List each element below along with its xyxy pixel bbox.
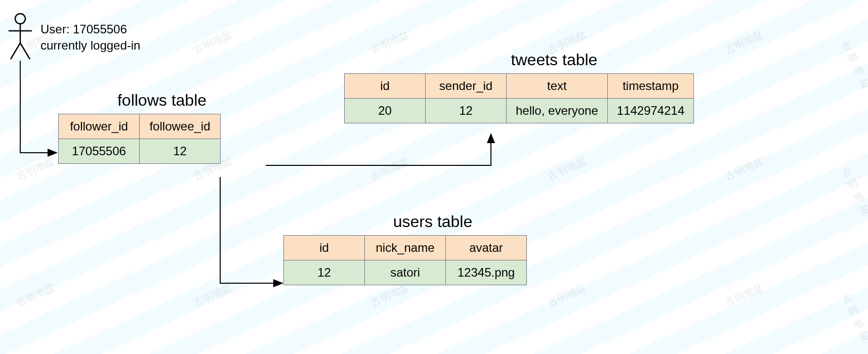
tweets-table-title: tweets table [344, 51, 764, 69]
users-header-id: id [284, 236, 365, 260]
follows-header-followee-id: followee_id [140, 114, 221, 139]
users-header-nick-name: nick_name [365, 236, 446, 260]
table-row: 20 12 hello, everyone 1142974214 [345, 99, 694, 123]
table-header-row: id sender_id text timestamp [345, 74, 694, 99]
svg-point-0 [15, 14, 25, 24]
watermark: 古明地盆 [546, 154, 588, 183]
table-row: 17055506 12 [59, 139, 221, 164]
follows-table: follower_id followee_id 17055506 12 [58, 114, 221, 164]
table-header-row: id nick_name avatar [284, 236, 527, 260]
tweets-cell-timestamp: 1142974214 [607, 99, 693, 123]
users-table-block: users table id nick_name avatar 12 sator… [283, 212, 582, 285]
watermark: 古明地盆 [14, 280, 57, 309]
tweets-cell-id: 20 [345, 99, 426, 123]
table-header-row: follower_id followee_id [59, 114, 221, 139]
watermark: 古明地盆 [840, 34, 868, 92]
user-actor-icon [8, 13, 33, 61]
tweets-table-block: tweets table id sender_id text timestamp… [344, 51, 764, 123]
follows-table-title: follows table [58, 91, 266, 110]
tweets-cell-text: hello, everyone [507, 99, 608, 123]
table-row: 12 satori 12345.png [284, 260, 527, 285]
svg-line-4 [20, 43, 30, 59]
follows-header-follower-id: follower_id [59, 114, 140, 139]
users-cell-id: 12 [284, 260, 365, 285]
watermark: 古明地盆 [191, 280, 234, 309]
actor-label-line2: currently logged-in [40, 37, 140, 54]
users-header-avatar: avatar [446, 236, 527, 260]
tweets-cell-sender-id: 12 [426, 99, 507, 123]
users-table: id nick_name avatar 12 satori 12345.png [283, 235, 527, 285]
watermark: 古明地盆 [14, 154, 57, 183]
tweets-header-timestamp: timestamp [607, 74, 693, 99]
follows-cell-followee-id: 12 [140, 139, 221, 164]
users-cell-nick-name: satori [365, 260, 446, 285]
watermark: 古明地盆 [723, 154, 765, 183]
watermark: 古明地盆 [368, 154, 411, 183]
actor-label: User: 17055506 currently logged-in [40, 21, 140, 54]
watermark: 古明地盆 [723, 280, 765, 309]
tweets-header-text: text [507, 74, 608, 99]
follows-table-block: follows table follower_id followee_id 17… [58, 91, 266, 164]
watermark: 古明地盆 [840, 287, 868, 344]
tweets-header-id: id [345, 74, 426, 99]
tweets-table: id sender_id text timestamp 20 12 hello,… [344, 73, 694, 123]
follows-cell-follower-id: 17055506 [59, 139, 140, 164]
users-cell-avatar: 12345.png [446, 260, 527, 285]
watermark: 古明地盆 [840, 161, 868, 218]
tweets-header-sender-id: sender_id [426, 74, 507, 99]
actor-label-line1: User: 17055506 [40, 21, 140, 37]
svg-line-3 [11, 43, 20, 59]
watermark: 古明地盆 [191, 27, 234, 57]
users-table-title: users table [283, 212, 582, 231]
